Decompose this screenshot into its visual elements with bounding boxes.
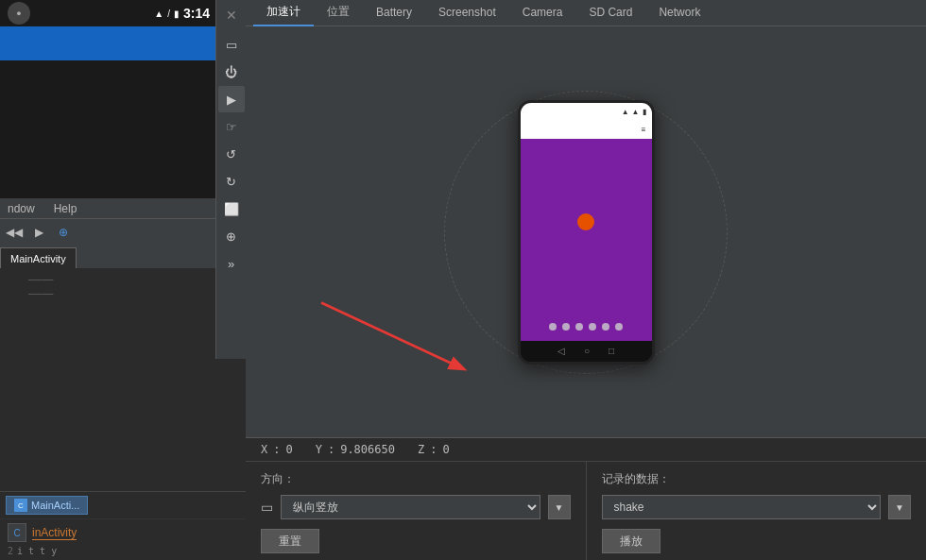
phone-status-bar: ● ▲ / ▮ 3:14	[0, 0, 217, 26]
device-battery-icon: ▮	[643, 108, 646, 116]
avatar: ●	[8, 2, 30, 25]
device-signal-icon: ▲	[622, 108, 629, 116]
rotate-left-btn[interactable]: ↺	[218, 141, 245, 167]
tab-location[interactable]: 位置	[314, 0, 363, 26]
inactivity-label: inActivity	[32, 526, 77, 540]
direction-label: 方向：	[261, 471, 571, 487]
coords-bar: X : 0 Y : 9.806650 Z : 0	[246, 438, 926, 462]
left-panel: ● ▲ / ▮ 3:14 ndow Help ◀◀ ▶ ⊕ MainA	[0, 0, 246, 560]
phone-blue-bar	[0, 26, 217, 60]
tab-sdcard[interactable]: SD Card	[575, 0, 645, 26]
device-bottom-bar: ◁ ○ □	[521, 341, 652, 362]
close-btn[interactable]: ✕	[218, 2, 245, 28]
direction-control: 方向： ▭ 纵向竖放 ▼ 重置	[246, 462, 587, 560]
phone-content	[0, 60, 217, 198]
home-dots	[549, 323, 623, 331]
activity-icon: C	[14, 499, 27, 512]
y-value: 9.806650	[340, 443, 395, 456]
inactivity-icon: C	[8, 523, 26, 542]
more-btn[interactable]: »	[218, 250, 245, 277]
ide-tabs: MainActivity	[0, 246, 246, 268]
status-icons: ▲ / ▮ 3:14	[154, 6, 210, 21]
tab-accelerometer[interactable]: 加速计	[253, 0, 314, 26]
play-button[interactable]: 播放	[602, 529, 660, 553]
activity-tab-bar: C MainActi...	[0, 491, 246, 518]
back-icon: ◁	[557, 346, 565, 356]
tab-screenshot[interactable]: Screenshot	[425, 0, 509, 26]
coord-z: Z : 0	[418, 443, 450, 456]
recorded-select[interactable]: shake	[602, 495, 882, 519]
code-line-1: ————	[4, 272, 242, 286]
nav-dot-3	[575, 323, 583, 331]
coord-y: Y : 9.806650	[316, 443, 395, 456]
direction-dropdown-arrow[interactable]: ▼	[548, 495, 571, 519]
activity-tab[interactable]: C MainActi...	[6, 496, 88, 515]
controls-row: 方向： ▭ 纵向竖放 ▼ 重置 记录的数据： shake ▼	[246, 462, 926, 560]
device-nav-bar	[521, 313, 652, 341]
power-btn[interactable]: ⏻	[218, 59, 245, 85]
orange-dot	[577, 213, 594, 230]
line-num-2: 2	[8, 546, 13, 556]
nav-dot-2	[562, 323, 570, 331]
phone-time: 3:14	[183, 6, 210, 21]
ide-code-area: ———— ————	[0, 268, 246, 491]
select-btn[interactable]: ⬜	[218, 195, 245, 222]
recents-icon: □	[609, 346, 614, 356]
device-screen	[521, 139, 652, 313]
home-icon: ○	[584, 346, 590, 356]
ide-menu-bar: ndow Help	[0, 198, 246, 219]
direction-select[interactable]: 纵向竖放	[281, 495, 540, 519]
recorded-data-control: 记录的数据： shake ▼ 播放	[587, 462, 927, 560]
x-value: 0	[285, 443, 292, 456]
vertical-toolbar: ✕ ▭ ⏻ ▶ ☞ ↺ ↻ ⬜ ⊕ »	[215, 0, 246, 359]
bottom-panel: X : 0 Y : 9.806650 Z : 0 方向： ▭	[246, 437, 926, 560]
z-label: Z	[418, 443, 424, 456]
rotate-right-btn[interactable]: ↻	[218, 168, 245, 195]
toolbar-play-icon[interactable]: ▶	[28, 222, 49, 243]
android-device: ▲ ▲ ▮ ≡	[518, 100, 655, 365]
recorded-dropdown-row: shake ▼	[602, 495, 912, 519]
menu-help[interactable]: Help	[50, 200, 81, 217]
code-line-2: ————	[4, 286, 242, 300]
rect-btn[interactable]: ▭	[218, 31, 245, 58]
nav-dot-4	[589, 323, 596, 331]
app-bar-icon: ≡	[642, 126, 646, 134]
device-wifi-icon: ▲	[632, 108, 640, 116]
toolbar-zoom-icon[interactable]: ⊕	[53, 222, 74, 243]
nav-dot-1	[549, 323, 557, 331]
tabs-bar: 加速计 位置 Battery Screenshot Camera SD Card…	[246, 0, 926, 26]
ide-area: ndow Help ◀◀ ▶ ⊕ MainActivity ———— ————	[0, 198, 246, 560]
x-label: X	[261, 443, 267, 456]
toolbar-back-icon[interactable]: ◀◀	[4, 222, 25, 243]
reset-button[interactable]: 重置	[261, 529, 319, 553]
cursor-btn[interactable]: ▶	[218, 86, 245, 112]
direction-dropdown-row: ▭ 纵向竖放 ▼	[261, 495, 571, 519]
main-area: 加速计 位置 Battery Screenshot Camera SD Card…	[246, 0, 926, 560]
coord-x: X : 0	[261, 443, 293, 456]
recorded-dropdown-arrow[interactable]: ▼	[888, 495, 911, 519]
menu-window[interactable]: ndow	[4, 200, 39, 217]
signal-icon: /	[167, 8, 170, 19]
wifi-icon: ▲	[154, 8, 163, 19]
phone-preview: ● ▲ / ▮ 3:14	[0, 0, 217, 198]
y-label: Y	[316, 443, 322, 456]
battery-icon: ▮	[174, 8, 180, 19]
emulator-viewport: ▲ ▲ ▮ ≡	[246, 26, 926, 437]
tab-main-activity[interactable]: MainActivity	[0, 247, 77, 268]
direction-icon: ▭	[261, 500, 273, 515]
zoom-btn[interactable]: ⊕	[218, 223, 245, 249]
z-value: 0	[442, 443, 449, 456]
inactivity-area: C inActivity 2 i t t y	[0, 518, 246, 560]
tab-network[interactable]: Network	[645, 0, 713, 26]
device-status-bar: ▲ ▲ ▮	[521, 103, 652, 122]
tab-camera[interactable]: Camera	[509, 0, 576, 26]
app-bar: ≡	[521, 122, 652, 139]
svg-line-1	[321, 303, 463, 369]
tab-battery[interactable]: Battery	[363, 0, 425, 26]
nav-dot-6	[615, 323, 623, 331]
nav-dot-5	[602, 323, 609, 331]
ide-toolbar-row: ◀◀ ▶ ⊕	[0, 219, 246, 246]
code-ivity: i t t y	[17, 546, 57, 556]
recorded-label: 记录的数据：	[602, 471, 912, 487]
finger-btn[interactable]: ☞	[218, 113, 245, 140]
